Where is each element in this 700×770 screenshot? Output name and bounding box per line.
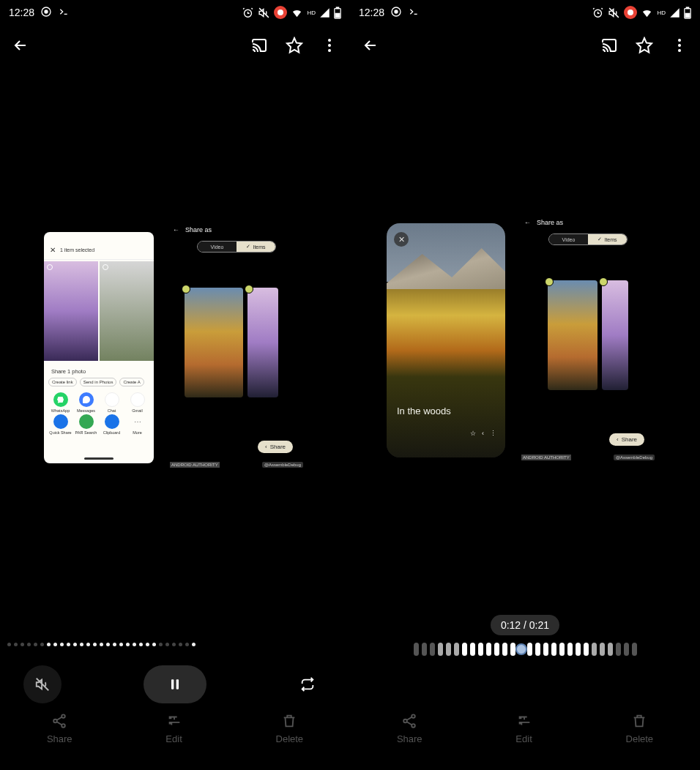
share-button[interactable]: Share (47, 713, 72, 770)
video-content[interactable]: ✕ 1 item selected Share 1 photo Create l… (0, 66, 350, 629)
scrubber[interactable] (0, 629, 350, 659)
svg-rect-19 (685, 13, 690, 17)
shareas-title: Share as (537, 219, 563, 226)
share-pill-button: ‹ Share (258, 441, 293, 453)
more-icon[interactable] (671, 37, 688, 54)
time-badge: 0:12 / 0:21 (491, 615, 559, 635)
delete-button[interactable]: Delete (276, 713, 304, 770)
delete-button[interactable]: Delete (626, 713, 654, 770)
hd-label: HD (657, 10, 666, 16)
svg-point-15 (395, 10, 398, 13)
wifi-icon (641, 7, 653, 19)
cast-icon[interactable] (250, 37, 268, 54)
rec-indicator-icon (40, 6, 52, 20)
favorite-icon[interactable] (286, 37, 303, 54)
clock-text: 12:28 (359, 7, 384, 18)
cast-icon[interactable] (600, 37, 618, 54)
edit-button[interactable]: Edit (165, 713, 182, 770)
svg-point-7 (328, 44, 331, 47)
mute-icon (258, 7, 270, 19)
hd-label: HD (307, 10, 316, 16)
share-button[interactable]: Share (397, 713, 422, 770)
alarm-icon (242, 7, 254, 19)
video-content[interactable]: ✕ In the woods ☆‹⋮ ←Share as Video ✓ Ite… (350, 66, 700, 615)
preview-caption: In the woods (397, 405, 451, 416)
svg-rect-10 (176, 679, 179, 689)
seg-items: ✓ Items (588, 234, 627, 244)
svg-point-6 (328, 39, 331, 42)
app-bar (350, 25, 700, 66)
svg-point-1 (45, 10, 48, 13)
svg-rect-4 (336, 7, 338, 9)
seg-video: Video (198, 242, 237, 252)
more-icon[interactable] (321, 37, 338, 54)
scrubber-playhead[interactable] (515, 643, 527, 655)
signal-icon (319, 7, 330, 18)
share-photo-label: Share 1 photo (44, 362, 154, 378)
terminal-icon (408, 6, 420, 20)
status-bar: 12:28 HD (0, 0, 350, 25)
svg-rect-9 (171, 679, 174, 689)
pause-button[interactable] (144, 665, 206, 703)
scrubber[interactable]: 0:12 / 0:21 (350, 615, 700, 672)
video-frame-sharesheet: ✕ 1 item selected Share 1 photo Create l… (44, 232, 154, 463)
chip-create-a: Create A (119, 378, 144, 386)
svg-rect-5 (335, 13, 340, 17)
svg-point-20 (678, 39, 681, 42)
bottom-actions: Share Edit Delete (350, 710, 700, 770)
svg-point-21 (678, 44, 681, 47)
video-frame-shareas: ←Share as Video ✓ Items ‹ Share ANDROID … (518, 213, 658, 468)
seg-video: Video (549, 234, 588, 244)
record-dot-icon (274, 6, 287, 19)
video-frame-shareas: ←Share as Video ✓ Items ‹ Share ANDROID … (167, 220, 306, 475)
status-bar: 12:28 HD (350, 0, 700, 25)
left-panel: 12:28 HD (0, 0, 350, 770)
volume-mute-button[interactable] (23, 665, 62, 703)
clock-text: 12:28 (9, 7, 34, 18)
favorite-icon[interactable] (636, 37, 653, 54)
bottom-actions: Share Edit Delete (0, 710, 350, 770)
mute-icon (608, 7, 620, 19)
wifi-icon (291, 7, 303, 19)
sharesheet-title: 1 item selected (60, 247, 94, 253)
battery-icon (334, 7, 341, 19)
loop-button[interactable] (288, 665, 327, 703)
alarm-icon (592, 7, 604, 19)
back-button[interactable] (362, 37, 379, 54)
svg-point-22 (678, 49, 681, 52)
chip-create-link: Create link (48, 378, 77, 386)
seg-items: ✓ Items (237, 242, 275, 252)
svg-rect-18 (686, 7, 688, 9)
signal-icon (669, 7, 680, 18)
svg-point-8 (328, 49, 331, 52)
close-icon: ✕ (394, 232, 409, 247)
edit-button[interactable]: Edit (515, 713, 532, 770)
battery-icon (684, 7, 691, 19)
chip-send-photos: Send in Photos (80, 378, 117, 386)
video-frame-preview: ✕ In the woods ☆‹⋮ (387, 223, 505, 457)
record-dot-icon (624, 6, 637, 19)
right-panel: 12:28 HD (350, 0, 700, 770)
playback-controls (0, 659, 350, 710)
rec-indicator-icon (390, 6, 402, 20)
share-pill-button: ‹ Share (609, 433, 644, 446)
app-bar (0, 25, 350, 66)
shareas-title: Share as (185, 226, 212, 233)
terminal-icon (58, 6, 70, 20)
back-button[interactable] (12, 37, 29, 54)
